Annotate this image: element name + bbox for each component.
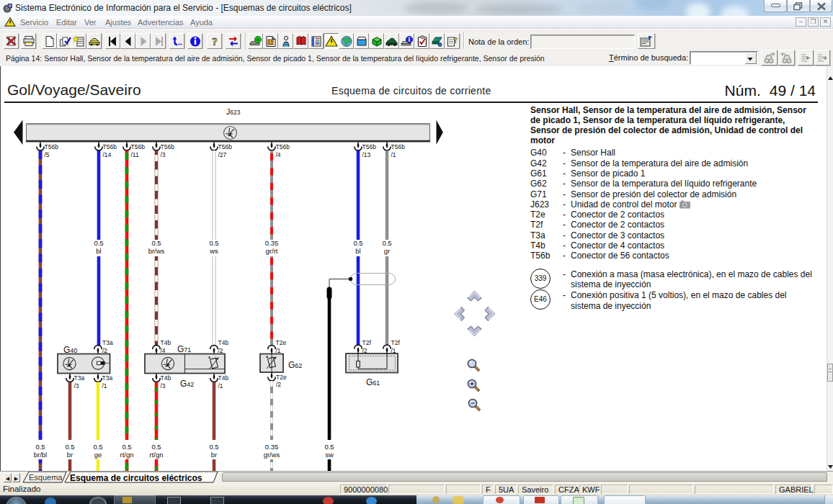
svg-text:bl: bl <box>96 247 101 255</box>
svg-text:0.5: 0.5 <box>151 239 161 247</box>
svg-text:0.5: 0.5 <box>151 443 161 451</box>
svg-text:G42: G42 <box>180 379 194 389</box>
svg-text:/1: /1 <box>218 382 223 390</box>
svg-text:br: br <box>211 451 217 459</box>
svg-text:ge: ge <box>94 451 102 459</box>
svg-text:G40: G40 <box>63 345 77 355</box>
svg-text:0.5: 0.5 <box>382 239 391 247</box>
svg-text:T3a: T3a <box>102 374 113 382</box>
svg-text:/14: /14 <box>103 151 112 158</box>
svg-text:T56b: T56b <box>362 143 377 150</box>
svg-text:T56b: T56b <box>218 143 233 150</box>
svg-text:0.5: 0.5 <box>65 443 74 451</box>
svg-text:T3a: T3a <box>74 374 85 382</box>
svg-text:rt/gn: rt/gn <box>149 451 163 459</box>
svg-text:/5: /5 <box>45 151 50 158</box>
svg-text:G62: G62 <box>288 360 302 370</box>
svg-text:T2f: T2f <box>362 339 372 346</box>
svg-text:T56b: T56b <box>276 143 290 150</box>
svg-text:0.5: 0.5 <box>209 443 218 451</box>
svg-text:/3: /3 <box>74 382 79 390</box>
svg-text:/3: /3 <box>161 382 166 390</box>
svg-text:T56b: T56b <box>391 143 406 150</box>
svg-text:T4b: T4b <box>218 339 229 346</box>
svg-text:/1: /1 <box>391 151 396 158</box>
svg-text:G71: G71 <box>177 344 191 354</box>
svg-text:T4b: T4b <box>161 374 172 382</box>
svg-text:T56b: T56b <box>161 143 175 150</box>
svg-text:0.5: 0.5 <box>122 443 131 451</box>
svg-text:gr/rt: gr/rt <box>266 247 278 255</box>
svg-text:/13: /13 <box>362 151 371 158</box>
svg-text:0.5: 0.5 <box>209 239 218 247</box>
svg-text:/4: /4 <box>276 151 281 158</box>
svg-text:br/bl: br/bl <box>34 451 47 459</box>
svg-text:T56b: T56b <box>131 143 146 150</box>
svg-text:0.5: 0.5 <box>93 443 102 451</box>
svg-text:sw: sw <box>325 451 334 459</box>
svg-text:0.35: 0.35 <box>265 239 279 247</box>
svg-text:br/ws: br/ws <box>148 247 165 255</box>
svg-text:/1: /1 <box>276 347 281 354</box>
svg-text:0.35: 0.35 <box>265 443 279 451</box>
svg-text:/27: /27 <box>218 151 227 158</box>
svg-text:T2e: T2e <box>276 339 287 346</box>
svg-text:rt/gn: rt/gn <box>120 451 133 459</box>
svg-text:T56b: T56b <box>45 143 59 150</box>
svg-text:0.5: 0.5 <box>94 239 103 247</box>
svg-text:gr/ws: gr/ws <box>264 451 280 459</box>
svg-text:/2: /2 <box>102 347 107 354</box>
svg-text:/1: /1 <box>391 347 396 354</box>
svg-text:J623: J623 <box>226 107 241 116</box>
svg-text:ws: ws <box>209 247 218 255</box>
svg-text:/1: /1 <box>102 382 107 390</box>
svg-text:T3a: T3a <box>102 339 113 346</box>
svg-text:/11: /11 <box>131 151 139 158</box>
svg-text:/2: /2 <box>276 381 281 388</box>
svg-text:/2: /2 <box>362 347 368 354</box>
svg-text:T4b: T4b <box>161 339 172 346</box>
svg-text:G61: G61 <box>366 377 380 387</box>
svg-text:bl: bl <box>355 247 360 255</box>
svg-text:/2: /2 <box>218 347 223 354</box>
svg-text:/3: /3 <box>161 151 166 158</box>
svg-text:Esquema: Esquema <box>29 473 63 482</box>
svg-text:Esquema de circuitos eléctrico: Esquema de circuitos eléctricos <box>70 473 202 483</box>
svg-text:T56b: T56b <box>103 143 117 150</box>
svg-text:/4: /4 <box>161 347 166 354</box>
svg-text:T2f: T2f <box>391 339 401 346</box>
svg-text:0.5: 0.5 <box>353 239 362 247</box>
svg-text:br: br <box>67 451 73 459</box>
svg-text:?: ? <box>453 35 458 45</box>
svg-text:T2e: T2e <box>276 374 287 381</box>
svg-text:?: ? <box>212 36 218 48</box>
svg-text:gr: gr <box>384 247 390 255</box>
svg-text:0.5: 0.5 <box>324 443 334 451</box>
svg-text:T4b: T4b <box>218 374 229 382</box>
svg-text:0.5: 0.5 <box>35 443 45 451</box>
